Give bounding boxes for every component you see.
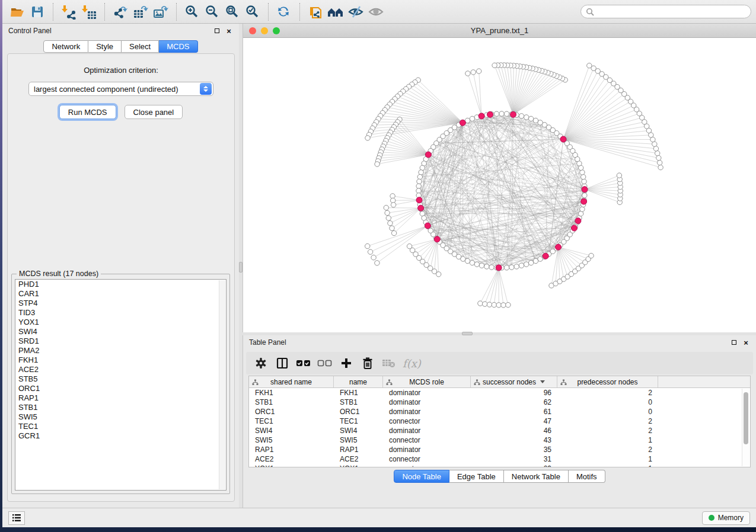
table-row[interactable]: YOX1YOX1connector291: [249, 464, 750, 467]
table-settings-button[interactable]: [252, 354, 270, 372]
tab-style[interactable]: Style: [88, 40, 122, 53]
run-mcds-button[interactable]: Run MCDS: [59, 105, 116, 119]
column-header-MCDS-role[interactable]: MCDS role: [383, 376, 471, 387]
function-builder-button-disabled[interactable]: f(x): [401, 357, 421, 370]
zoom-selected-button[interactable]: [243, 2, 263, 21]
mcds-result-item[interactable]: PHD1: [15, 280, 226, 289]
column-header-name[interactable]: name: [334, 376, 383, 387]
float-panel-button[interactable]: [213, 27, 221, 35]
control-panel: Control Panel × NetworkStyleSelectMCDS O…: [2, 24, 239, 508]
memory-status-icon: [709, 515, 714, 521]
first-neighbors-icon: [327, 5, 344, 19]
create-column-button[interactable]: [337, 354, 355, 372]
table-row[interactable]: RAP1RAP1dominator352: [249, 445, 750, 454]
column-header-label: shared name: [270, 378, 312, 386]
criterion-dropdown[interactable]: largest connected component (undirected): [28, 82, 213, 96]
close-panel-button[interactable]: ×: [225, 27, 233, 35]
zoom-out-button[interactable]: [202, 2, 222, 21]
table-row[interactable]: FKH1FKH1dominator962: [249, 388, 750, 398]
mcds-result-item[interactable]: SWI4: [15, 327, 226, 336]
new-network-from-selection-button[interactable]: [305, 2, 326, 21]
import-network-button[interactable]: [59, 2, 79, 21]
table-cell: dominator: [383, 426, 471, 435]
task-history-button[interactable]: [8, 511, 25, 525]
mcds-result-item[interactable]: FKH1: [15, 355, 226, 365]
column-header-predecessor-nodes[interactable]: predecessor nodes: [557, 376, 658, 387]
mcds-result-item[interactable]: PMA2: [15, 346, 226, 355]
mcds-result-item[interactable]: YOX1: [15, 318, 226, 327]
mcds-result-item[interactable]: TEC1: [15, 422, 226, 431]
mcds-result-item[interactable]: SWI5: [15, 412, 226, 422]
table-cell: connector: [383, 435, 471, 445]
table-row[interactable]: TEC1TEC1connector472: [249, 416, 750, 426]
tab-network[interactable]: Network: [43, 40, 88, 53]
zoom-fit-button[interactable]: [222, 2, 243, 21]
mcds-result-item[interactable]: ACE2: [15, 365, 226, 374]
tab-mcds[interactable]: MCDS: [159, 40, 197, 53]
table-cell: 96: [471, 388, 557, 398]
table-scrollbar-thumb[interactable]: [744, 392, 748, 444]
zoom-in-icon: [184, 4, 200, 20]
first-neighbors-button[interactable]: [326, 2, 346, 21]
export-image-button[interactable]: [151, 2, 171, 21]
show-column-panel-button[interactable]: [273, 354, 291, 372]
table-cell: YOX1: [249, 464, 334, 467]
import-table-button[interactable]: [79, 2, 99, 21]
deselect-all-columns-button[interactable]: [316, 354, 334, 372]
zoom-in-button[interactable]: [182, 2, 202, 21]
table-row[interactable]: ACE2ACE2connector311: [249, 454, 750, 464]
mcds-result-item[interactable]: STB5: [15, 374, 226, 384]
mcds-result-item[interactable]: ORC1: [15, 384, 226, 393]
table-cell: 0: [557, 407, 658, 416]
mcds-result-item[interactable]: GCR1: [15, 431, 226, 441]
delete-table-button-disabled[interactable]: [380, 354, 398, 372]
table-row[interactable]: SWI4SWI4dominator462: [249, 426, 750, 435]
mcds-result-group-title: MCDS result (17 nodes): [17, 270, 101, 278]
column-header-successor-nodes[interactable]: successor nodes: [471, 376, 557, 387]
mcds-result-item[interactable]: STB1: [15, 403, 226, 412]
hide-selected-button[interactable]: [346, 2, 366, 21]
search-input[interactable]: [597, 8, 746, 16]
mcds-result-item[interactable]: STP4: [15, 299, 226, 308]
search-box[interactable]: [580, 5, 751, 18]
table-cell: 2: [557, 426, 658, 435]
table-scrollbar[interactable]: [742, 389, 749, 466]
network-graph-svg[interactable]: [243, 38, 756, 332]
table-row[interactable]: SWI5SWI5connector431: [249, 435, 750, 445]
table-row[interactable]: ORC1ORC1dominator610: [249, 407, 750, 416]
column-header-label: predecessor nodes: [577, 378, 637, 386]
mcds-result-item[interactable]: TID3: [15, 308, 226, 318]
table-cell: 46: [471, 426, 557, 435]
toolbar-separator: [268, 3, 269, 21]
tab-network-table[interactable]: Network Table: [504, 470, 569, 483]
network-canvas[interactable]: [243, 38, 756, 332]
tab-edge-table[interactable]: Edge Table: [449, 470, 504, 483]
splitter-grip[interactable]: [239, 262, 243, 273]
mcds-result-item[interactable]: CAR1: [15, 289, 226, 299]
memory-button[interactable]: Memory: [702, 511, 750, 525]
close-table-panel-button[interactable]: ×: [742, 338, 750, 347]
float-table-panel-button[interactable]: [730, 338, 738, 347]
export-network-button[interactable]: [110, 2, 130, 21]
list-scrollbar-track[interactable]: [219, 280, 225, 489]
table-cell: TEC1: [334, 416, 383, 426]
delete-column-button[interactable]: [359, 354, 377, 372]
column-header-shared-name[interactable]: shared name: [249, 376, 334, 387]
show-all-button[interactable]: [366, 2, 386, 21]
mcds-result-item[interactable]: RAP1: [15, 393, 226, 403]
save-session-button[interactable]: [27, 2, 47, 21]
node-table: shared namenameMCDS rolesuccessor nodesp…: [248, 376, 751, 467]
tab-select[interactable]: Select: [122, 40, 159, 53]
export-table-button[interactable]: [130, 2, 151, 21]
select-all-columns-button[interactable]: [295, 354, 312, 372]
close-panel-action-button[interactable]: Close panel: [125, 105, 183, 119]
refresh-layout-button[interactable]: [274, 2, 294, 21]
mcds-result-list[interactable]: PHD1CAR1STP4TID3YOX1SWI4SRD1PMA2FKH1ACE2…: [15, 279, 227, 491]
tab-motifs[interactable]: Motifs: [569, 470, 605, 483]
table-cell: 1: [557, 464, 658, 467]
table-row[interactable]: STB1STB1dominator620: [249, 398, 750, 407]
mcds-result-item[interactable]: SRD1: [15, 336, 226, 346]
open-file-button[interactable]: [7, 2, 27, 21]
tab-node-table[interactable]: Node Table: [394, 470, 449, 483]
table-cell: ORC1: [334, 407, 383, 416]
